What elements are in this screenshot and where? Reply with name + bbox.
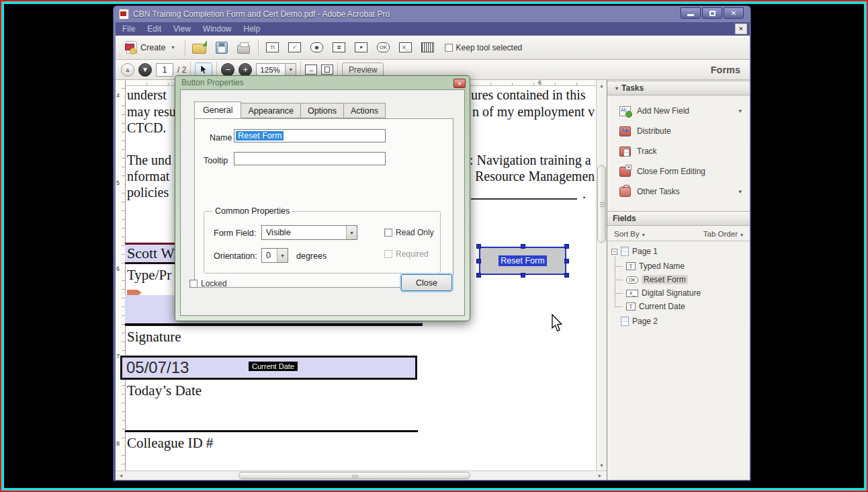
tree-page-2[interactable]: Page 2 [621, 317, 658, 326]
resize-handle[interactable] [564, 259, 569, 263]
close-icon: ✕ [458, 81, 462, 87]
tree-connector [615, 293, 623, 294]
resize-handle[interactable] [521, 244, 525, 249]
next-page-button[interactable]: ▼ [138, 63, 152, 77]
common-properties-group: Common Properties Form Field: Visible ▾ … [204, 211, 441, 274]
menu-edit[interactable]: Edit [147, 24, 161, 34]
maximize-button[interactable] [702, 7, 722, 19]
locked-checkbox[interactable] [189, 280, 198, 288]
collapse-expander-icon[interactable]: − [611, 249, 617, 255]
checkbox-tool[interactable]: ✓ [287, 41, 303, 54]
tree-field-typed-name[interactable]: T Typed Name [626, 261, 685, 271]
tree-connector [615, 266, 623, 267]
reset-form-field[interactable]: Reset Form [479, 247, 566, 275]
name-input[interactable]: Reset Form [234, 129, 386, 142]
menu-window[interactable]: Window [203, 24, 232, 34]
scroll-left-icon[interactable]: ◄ [117, 471, 125, 480]
dropdown-field-tool[interactable]: ▾ [353, 41, 370, 54]
zoom-in-icon: + [243, 65, 249, 75]
tree-page-1[interactable]: − Page 1 [611, 247, 658, 256]
document-horizontal-scrollbar[interactable]: ◄ ► [116, 470, 607, 480]
fit-page-button[interactable] [321, 65, 333, 75]
list-box-tool[interactable]: ≣ [331, 41, 347, 54]
title-bar: CBN Training Completion Form and Cert De… [114, 6, 750, 22]
tab-appearance[interactable]: Appearance [241, 103, 300, 118]
sort-by-button[interactable]: Sort By▾ [614, 230, 645, 238]
close-button[interactable]: ✕ [724, 7, 744, 19]
tasks-header[interactable]: ▾ Tasks [607, 81, 750, 95]
tasks-collapse-icon: ▾ [615, 85, 618, 91]
open-folder-icon [192, 44, 206, 54]
task-other-tasks[interactable]: Other Tasks ▾ [607, 182, 750, 201]
tree-field-digital-signature[interactable]: X_ Digital Signature [626, 288, 701, 298]
signature-icon: X_ [399, 42, 412, 52]
menubar-close-button[interactable]: ✕ [735, 24, 747, 34]
tab-actions[interactable]: Actions [343, 103, 386, 118]
signature-field-tool[interactable]: X_ [398, 41, 414, 54]
resize-handle[interactable] [476, 259, 481, 263]
tree-connector [615, 306, 623, 307]
previous-page-button[interactable]: ▲ [121, 63, 134, 77]
vertical-scroll-thumb[interactable] [597, 165, 606, 243]
text-field-tool[interactable]: TI [265, 41, 281, 54]
radio-button-tool[interactable]: ◉ [309, 41, 325, 54]
fit-width-button[interactable]: ↔ [305, 65, 317, 75]
locked-row: Locked [189, 279, 227, 288]
page-number-input[interactable]: 1 [156, 63, 173, 77]
task-track[interactable]: Track [607, 142, 750, 161]
create-button[interactable]: Create ▾ [122, 39, 179, 56]
menu-view[interactable]: View [173, 24, 191, 34]
tree-field-current-date[interactable]: T Current Date [626, 302, 685, 311]
zoom-out-button[interactable]: − [221, 63, 234, 77]
document-vertical-scrollbar[interactable]: ▲ ▼ [596, 80, 607, 470]
tab-order-label: Tab Order [703, 230, 738, 238]
tab-order-dropdown-icon: ▾ [740, 232, 743, 238]
page-icon [621, 247, 629, 256]
toolbar-separator [185, 40, 185, 56]
zoom-in-button[interactable]: + [238, 63, 252, 77]
orientation-select[interactable]: 0 ▾ [261, 248, 288, 263]
current-date-field-badge: Current Date [249, 362, 298, 371]
zoom-level-select[interactable]: 125% ▾ [256, 63, 296, 77]
resize-handle[interactable] [564, 244, 569, 249]
task-add-new-field[interactable]: Ab Add New Field ▾ [607, 101, 750, 120]
doc-text-line: underst [127, 87, 175, 103]
tree-field-reset-form[interactable]: OK Reset Form [626, 275, 688, 284]
read-only-label: Read Only [396, 228, 434, 237]
close-icon: ✕ [731, 9, 736, 17]
menu-file[interactable]: File [122, 24, 135, 34]
task-distribute[interactable]: Distribute [607, 122, 750, 140]
menu-help[interactable]: Help [244, 24, 261, 34]
tab-options[interactable]: Options [300, 103, 344, 118]
print-button[interactable] [236, 41, 252, 54]
forms-mode-label: Forms [711, 65, 740, 75]
radio-icon: ◉ [310, 42, 323, 52]
scroll-right-icon[interactable]: ► [596, 471, 604, 480]
tooltip-input[interactable] [234, 152, 386, 165]
button-field-tool[interactable]: OK [376, 41, 392, 54]
horizontal-scroll-thumb[interactable] [238, 472, 470, 479]
save-button[interactable] [214, 41, 230, 54]
dialog-close-button[interactable]: ✕ [453, 79, 466, 88]
signature-label: Signature [127, 329, 208, 345]
form-rule-line [125, 430, 418, 432]
open-button[interactable] [191, 41, 208, 54]
window-title: CBN Training Completion Form and Cert De… [133, 9, 390, 19]
dialog-close-action-button[interactable]: Close [401, 274, 452, 291]
scroll-up-icon[interactable]: ▲ [597, 81, 607, 89]
resize-handle[interactable] [564, 273, 569, 278]
keep-tool-selected-checkbox[interactable] [445, 44, 453, 52]
task-close-form-editing[interactable]: Close Form Editing [607, 162, 750, 181]
tab-order-button[interactable]: Tab Order▾ [703, 230, 743, 238]
barcode-field-tool[interactable] [420, 41, 436, 54]
minimize-button[interactable] [681, 7, 701, 19]
read-only-checkbox[interactable] [384, 229, 392, 237]
resize-handle[interactable] [476, 273, 481, 278]
name-input-value: Reset Form [236, 131, 284, 140]
form-field-select[interactable]: Visible ▾ [261, 225, 357, 240]
resize-handle[interactable] [476, 244, 481, 249]
resize-handle[interactable] [521, 273, 525, 278]
barcode-icon [421, 42, 434, 52]
tab-general[interactable]: General [194, 101, 241, 118]
scroll-down-icon[interactable]: ▼ [597, 461, 607, 469]
